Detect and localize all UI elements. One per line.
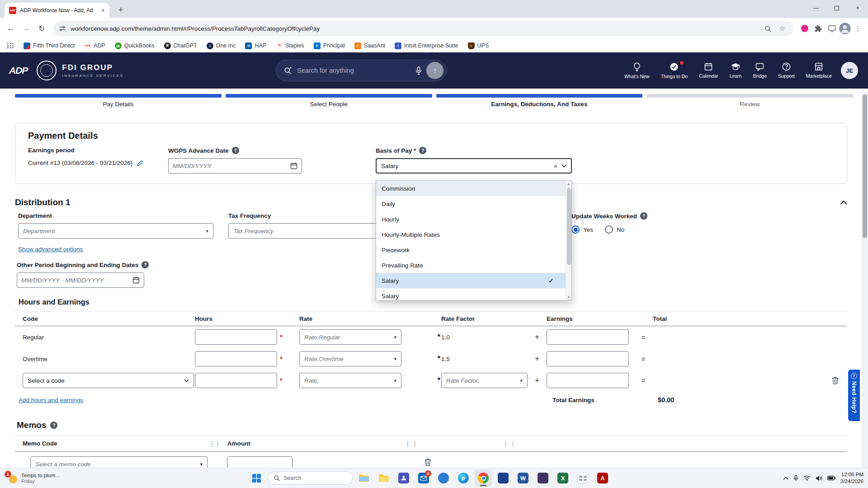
- help-icon[interactable]: ?: [232, 147, 239, 154]
- new-tab-button[interactable]: +: [115, 4, 127, 16]
- update-weeks-no-option[interactable]: No: [605, 225, 624, 234]
- clear-selection-icon[interactable]: ×: [553, 162, 557, 170]
- memo-code-menu-icon[interactable]: ⋮: [209, 440, 215, 447]
- nav-marketplace[interactable]: Marketplace: [806, 62, 832, 79]
- apps-grid-icon[interactable]: [7, 43, 14, 48]
- nav-calendar[interactable]: Calendar: [699, 62, 718, 79]
- help-icon[interactable]: ?: [419, 147, 426, 154]
- show-advanced-options-link[interactable]: Show advanced options: [18, 246, 83, 253]
- taskbar-app1-icon[interactable]: [435, 469, 452, 487]
- step-pay-details[interactable]: Pay Details: [15, 94, 222, 108]
- memo-amount-input[interactable]: [227, 456, 292, 468]
- basis-option[interactable]: Piecework: [376, 242, 566, 258]
- regular-earnings-input[interactable]: [547, 329, 629, 345]
- volume-icon[interactable]: [816, 475, 822, 481]
- taskbar-teams-icon[interactable]: [395, 469, 412, 487]
- microphone-icon[interactable]: [415, 66, 422, 75]
- regular-hours-input[interactable]: [195, 329, 277, 345]
- taskbar-excel-icon[interactable]: X: [554, 469, 571, 487]
- radio-yes[interactable]: [571, 225, 580, 234]
- update-weeks-yes-option[interactable]: Yes: [571, 225, 593, 234]
- reload-button[interactable]: ↻: [34, 21, 49, 36]
- select-a-code-dropdown[interactable]: Select a code: [23, 373, 194, 388]
- scroll-down-arrow[interactable]: ▼: [566, 294, 571, 300]
- page-scrollbar[interactable]: [862, 92, 868, 468]
- department-select[interactable]: Department ▾: [18, 223, 213, 239]
- adp-logo[interactable]: ADP: [9, 65, 28, 76]
- wgps-date-input[interactable]: [173, 163, 290, 169]
- zoom-icon[interactable]: [764, 25, 771, 32]
- bookmark-intuit[interactable]: IIntuit Enterprise Suite: [395, 42, 458, 49]
- calendar-picker-icon[interactable]: [290, 162, 297, 169]
- search-submit-button[interactable]: ↑: [426, 62, 443, 79]
- nav-bridge[interactable]: Bridge: [753, 63, 767, 79]
- extensions-puzzle-icon[interactable]: [812, 22, 825, 35]
- bookmark-saasant[interactable]: SSaasAnt: [354, 42, 385, 49]
- scrollbar-thumb[interactable]: [567, 188, 571, 265]
- chevron-down-icon[interactable]: [561, 164, 567, 168]
- other-period-date-input[interactable]: [21, 277, 132, 284]
- browser-menu-icon[interactable]: ⋮: [852, 22, 864, 35]
- basis-option[interactable]: Salary: [376, 288, 566, 300]
- need-help-tab[interactable]: ? Need Help?: [848, 370, 860, 421]
- basis-option[interactable]: Daily: [376, 196, 566, 211]
- address-bar[interactable]: workforcenow.adp.com/theme/admin.html#/P…: [53, 21, 794, 36]
- tray-mic-icon[interactable]: [793, 475, 798, 482]
- taskbar-clock[interactable]: 12:06 PM 3/24/2026: [840, 471, 863, 485]
- site-settings-icon[interactable]: [59, 25, 66, 32]
- edit-pencil-icon[interactable]: [137, 160, 143, 166]
- forward-button[interactable]: →: [19, 21, 33, 36]
- bookmark-quickbooks[interactable]: qbQuickBooks: [115, 42, 155, 49]
- browser-profile-avatar[interactable]: [839, 23, 851, 34]
- bookmark-fifth-third[interactable]: Fifth Third Direct: [24, 42, 75, 49]
- nav-things-to-do[interactable]: Things to Do: [661, 62, 688, 79]
- new-rate-factor-select[interactable]: Rate Factor,▾: [441, 373, 528, 388]
- help-icon[interactable]: ?: [142, 261, 149, 268]
- taskbar-word-icon[interactable]: W: [514, 469, 532, 487]
- basis-option[interactable]: Hourly-Multiple Rates: [376, 227, 566, 242]
- global-search[interactable]: Search for anything ↑: [276, 60, 447, 81]
- taskbar-search[interactable]: Search: [268, 471, 353, 485]
- scrollbar-thumb[interactable]: [863, 94, 867, 238]
- step-select-people[interactable]: Select People: [226, 94, 432, 108]
- basis-option[interactable]: Commission: [376, 181, 566, 196]
- window-close-button[interactable]: ×: [847, 0, 868, 16]
- back-button[interactable]: ←: [4, 21, 18, 36]
- bookmark-adp[interactable]: ADPADP: [84, 42, 105, 49]
- bookmark-chatgpt[interactable]: ⌘ChatGPT: [164, 42, 197, 49]
- add-hours-earnings-link[interactable]: Add hours and earnings: [19, 397, 83, 404]
- bookmark-principal[interactable]: PPrincipal: [314, 42, 345, 49]
- taskbar-edge-icon[interactable]: e: [455, 469, 472, 487]
- help-icon[interactable]: ?: [640, 212, 647, 220]
- cast-device-icon[interactable]: [826, 22, 838, 35]
- amount-menu-icon[interactable]: ⋮: [405, 440, 411, 447]
- taskbar-app2-icon[interactable]: [495, 469, 512, 487]
- basis-option-selected[interactable]: Salary ✓: [376, 273, 566, 288]
- collapse-chevron-icon[interactable]: [840, 200, 847, 205]
- basis-option[interactable]: Prevailing Rate: [376, 258, 566, 273]
- taskbar-calculator-icon[interactable]: [574, 469, 591, 487]
- scroll-up-arrow[interactable]: ▲: [566, 181, 571, 187]
- extension-pink-icon[interactable]: [798, 22, 811, 35]
- bookmark-ups[interactable]: UUPS: [468, 42, 489, 49]
- help-icon[interactable]: ?: [50, 422, 57, 429]
- weather-widget[interactable]: 1 Temps to plum... Friday: [5, 472, 59, 484]
- tray-chevron-icon[interactable]: [783, 477, 788, 480]
- tab-close-icon[interactable]: ×: [101, 7, 105, 14]
- column-menu-icon[interactable]: ⋮: [503, 440, 509, 447]
- window-minimize-button[interactable]: —: [806, 0, 826, 16]
- basis-of-pay-combobox[interactable]: Salary ×: [376, 158, 572, 174]
- taskbar-file-explorer-icon[interactable]: [355, 469, 373, 487]
- step-review[interactable]: Review: [646, 94, 853, 108]
- overtime-earnings-input[interactable]: [547, 351, 629, 366]
- taskbar-acrobat-icon[interactable]: A: [594, 469, 611, 487]
- wifi-icon[interactable]: [803, 475, 811, 481]
- delete-memo-icon[interactable]: [424, 458, 432, 466]
- new-rate-select[interactable]: Rate,▾: [299, 373, 401, 388]
- bookmark-star-icon[interactable]: ☆: [776, 22, 788, 35]
- taskbar-outlook-icon[interactable]: 1: [415, 469, 432, 487]
- radio-no[interactable]: [605, 225, 613, 234]
- nav-whats-new[interactable]: What's New: [624, 62, 650, 79]
- overtime-hours-input[interactable]: [195, 351, 277, 366]
- taskbar-folder-icon[interactable]: [375, 469, 392, 487]
